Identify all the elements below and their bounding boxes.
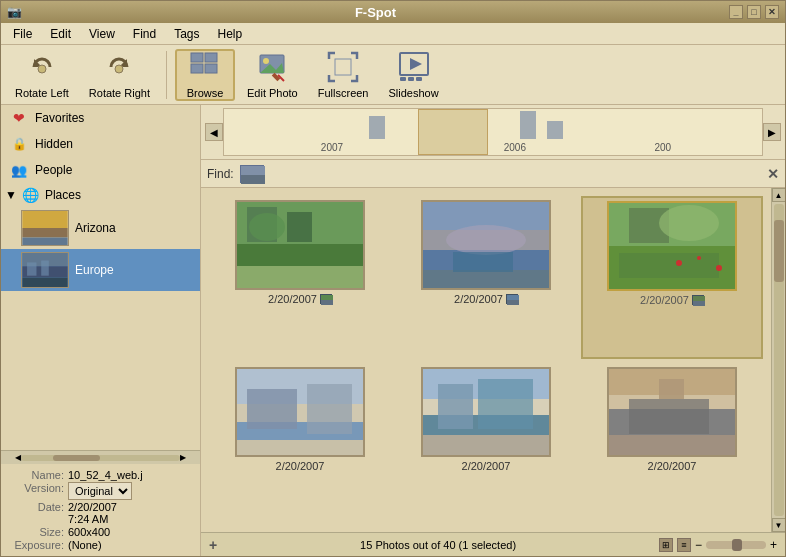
window-title: F-Spot — [22, 5, 729, 20]
find-thumbnail — [240, 165, 264, 183]
version-select[interactable]: Original — [68, 482, 132, 500]
fullscreen-label: Fullscreen — [318, 87, 369, 99]
menu-tags[interactable]: Tags — [166, 25, 207, 43]
photo-cell-1[interactable]: 2/20/2007 — [209, 196, 391, 359]
chevron-down-icon: ▼ — [5, 188, 17, 202]
zoom-out-icon[interactable]: − — [695, 538, 702, 552]
hidden-label: Hidden — [35, 137, 73, 151]
minimize-button[interactable]: _ — [729, 5, 743, 19]
europe-label: Europe — [75, 263, 114, 277]
photo-cell-5[interactable]: 2/20/2007 — [395, 363, 577, 524]
rotate-right-button[interactable]: Rotate Right — [81, 49, 158, 101]
rotate-left-label: Rotate Left — [15, 87, 69, 99]
timeline-bar-3 — [547, 121, 563, 139]
menu-help[interactable]: Help — [210, 25, 251, 43]
svg-rect-4 — [191, 53, 203, 62]
svg-point-54 — [697, 256, 701, 260]
sidebar-item-arizona[interactable]: Arizona — [1, 207, 200, 249]
photo-cell-3[interactable]: 2/20/2007 — [581, 196, 763, 359]
svg-rect-25 — [27, 262, 36, 275]
scrollbar-thumb[interactable] — [53, 455, 101, 461]
find-close-button[interactable]: ✕ — [767, 166, 779, 182]
svg-rect-64 — [307, 384, 352, 434]
svg-rect-17 — [408, 77, 414, 81]
browse-icon — [189, 51, 221, 83]
close-button[interactable]: ✕ — [765, 5, 779, 19]
sidebar-item-europe[interactable]: Europe — [1, 249, 200, 291]
photo-cell-2[interactable]: 2/20/2007 — [395, 196, 577, 359]
slideshow-button[interactable]: Slideshow — [381, 49, 447, 101]
grid-scroll-track[interactable] — [774, 204, 784, 516]
timeline-right-button[interactable]: ▶ — [763, 123, 781, 141]
svg-rect-69 — [423, 435, 549, 455]
svg-rect-37 — [321, 295, 333, 300]
svg-rect-78 — [659, 379, 684, 399]
svg-rect-76 — [609, 435, 735, 455]
svg-rect-42 — [423, 270, 549, 288]
svg-rect-21 — [22, 237, 67, 245]
svg-rect-31 — [237, 244, 363, 266]
fullscreen-button[interactable]: Fullscreen — [310, 49, 377, 101]
grid-scroll-up-button[interactable]: ▲ — [772, 188, 786, 202]
sidebar-scroll[interactable]: ❤ Favorites 🔒 Hidden 👥 People ▼ 🌐 Pl — [1, 105, 200, 450]
zoom-thumb[interactable] — [732, 539, 742, 551]
name-label: Name: — [9, 469, 64, 481]
timeline-selector[interactable] — [418, 109, 488, 155]
photo-cell-6[interactable]: 2/20/2007 — [581, 363, 763, 524]
grid-scroll-thumb[interactable] — [774, 220, 784, 282]
sidebar-item-hidden[interactable]: 🔒 Hidden — [1, 131, 200, 157]
list-view-icon[interactable]: ≡ — [677, 538, 691, 552]
globe-icon: 🌐 — [21, 185, 41, 205]
scrollbar-track[interactable] — [21, 455, 180, 461]
places-label: Places — [45, 188, 81, 202]
svg-rect-57 — [693, 296, 705, 301]
sidebar: ❤ Favorites 🔒 Hidden 👥 People ▼ 🌐 Pl — [1, 105, 201, 556]
menu-find[interactable]: Find — [125, 25, 164, 43]
zoom-in-icon[interactable]: + — [770, 538, 777, 552]
maximize-button[interactable]: □ — [747, 5, 761, 19]
svg-rect-20 — [22, 228, 67, 237]
svg-point-55 — [716, 265, 722, 271]
photo-frame-4 — [235, 367, 365, 457]
menu-file[interactable]: File — [5, 25, 40, 43]
sidebar-item-people[interactable]: 👥 People — [1, 157, 200, 183]
menu-edit[interactable]: Edit — [42, 25, 79, 43]
sidebar-item-favorites[interactable]: ❤ Favorites — [1, 105, 200, 131]
grid-scroll-down-button[interactable]: ▼ — [772, 518, 786, 532]
zoom-slider[interactable] — [706, 541, 766, 549]
svg-point-53 — [676, 260, 682, 266]
exposure-value: (None) — [68, 539, 102, 551]
timeline-label-2005: 200 — [654, 142, 671, 153]
sidebar-category-places[interactable]: ▼ 🌐 Places — [1, 183, 200, 207]
titlebar-icon: 📷 — [7, 5, 22, 19]
menu-view[interactable]: View — [81, 25, 123, 43]
svg-rect-27 — [241, 166, 265, 175]
menubar: File Edit View Find Tags Help — [1, 23, 785, 45]
slideshow-label: Slideshow — [389, 87, 439, 99]
svg-rect-5 — [205, 53, 217, 62]
photo-frame-1 — [235, 200, 365, 290]
rotate-left-button[interactable]: Rotate Left — [7, 49, 77, 101]
photo-cell-4[interactable]: 2/20/2007 — [209, 363, 391, 524]
content-area: ◀ 2007 2006 200 ▶ Find: — [201, 105, 785, 556]
grid-view-icon[interactable]: ⊞ — [659, 538, 673, 552]
people-icon: 👥 — [9, 160, 29, 180]
toolbar-separator-1 — [166, 51, 167, 99]
svg-marker-15 — [410, 58, 422, 70]
photo-date-5: 2/20/2007 — [462, 460, 511, 472]
browse-button[interactable]: Browse — [175, 49, 235, 101]
photo-grid[interactable]: 2/20/2007 — [201, 188, 771, 532]
find-label: Find: — [207, 167, 234, 181]
status-text: 15 Photos out of 40 (1 selected) — [217, 539, 659, 551]
photo-mini-thumb-1 — [320, 294, 332, 304]
add-photo-button[interactable]: + — [209, 537, 217, 553]
date-label: Date: — [9, 501, 64, 513]
svg-rect-18 — [416, 77, 422, 81]
timeline-left-button[interactable]: ◀ — [205, 123, 223, 141]
edit-photo-button[interactable]: Edit Photo — [239, 49, 306, 101]
sidebar-scrollbar-h[interactable]: ◀ ▶ — [1, 450, 200, 464]
svg-rect-44 — [453, 252, 513, 272]
timeline-track[interactable]: 2007 2006 200 — [223, 108, 763, 156]
lock-icon: 🔒 — [9, 134, 29, 154]
main-window: 📷 F-Spot _ □ ✕ File Edit View Find Tags … — [0, 0, 786, 557]
